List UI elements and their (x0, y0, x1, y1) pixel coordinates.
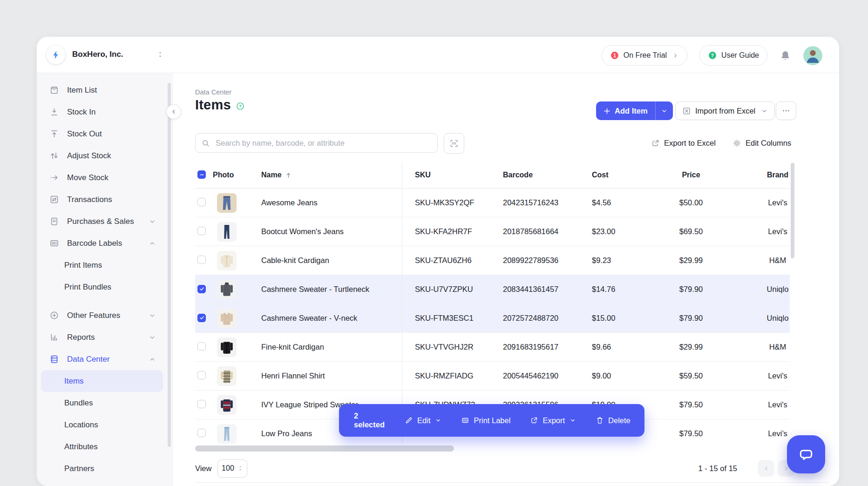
sidebar-item-attributes[interactable]: Attributes (41, 436, 163, 458)
export-to-excel-button[interactable]: Export to Excel (651, 139, 716, 148)
edit-columns-button[interactable]: Edit Columns (732, 139, 791, 148)
column-header-price[interactable]: Price (661, 171, 721, 179)
sidebar-item-transactions[interactable]: Transactions (41, 189, 163, 210)
table-row[interactable]: Henri Flannel ShirtSKU-RMZFIADG200544546… (195, 362, 790, 391)
row-checkbox[interactable] (197, 256, 206, 264)
sidebar-item-partners[interactable]: Partners (41, 458, 163, 479)
bulk-edit-button[interactable]: Edit (395, 416, 451, 425)
table-row[interactable]: Fine-knit CardiganSKU-VTVGHJ2R2091683195… (195, 333, 790, 362)
sidebar-item-bundles[interactable]: Bundles (41, 392, 163, 414)
add-item-button[interactable]: Add Item (596, 101, 655, 120)
row-checkbox[interactable] (197, 314, 206, 322)
item-photo (217, 193, 256, 213)
ellipsis-icon (781, 106, 791, 115)
sidebar-item-stock-out[interactable]: Stock Out (41, 123, 163, 145)
database-icon (49, 354, 59, 364)
row-checkbox[interactable] (197, 227, 206, 235)
sidebar-item-stock-in[interactable]: Stock In (41, 101, 163, 123)
table-row[interactable]: Awesome JeansSKU-MK3SY2QF2042315716243$4… (195, 189, 790, 217)
table-row[interactable]: Cashmere Sweater - V-neckSKU-FTM3ESC1207… (195, 304, 790, 333)
item-photo (217, 280, 256, 299)
table-row[interactable]: Cable-knit CardiganSKU-ZTAU6ZH6208992278… (195, 246, 790, 275)
more-options-button[interactable] (776, 101, 796, 120)
sidebar-item-label: Barcode Labels (67, 239, 122, 248)
trial-badge-icon: 1 (610, 51, 619, 60)
barcode-scan-button[interactable] (444, 133, 464, 154)
bulk-print-label-button[interactable]: Print Label (451, 416, 520, 425)
row-checkbox[interactable] (197, 429, 206, 437)
free-trial-button[interactable]: 1 On Free Trial (602, 45, 687, 66)
sidebar-item-adjust-stock[interactable]: Adjust Stock (41, 145, 163, 167)
item-brand: H&M (721, 256, 790, 265)
row-checkbox[interactable] (197, 198, 206, 206)
item-sku: SKU-U7V7ZPKU (402, 285, 489, 294)
bulk-delete-button[interactable]: Delete (586, 416, 640, 425)
table-row[interactable]: Bootcut Women's JeansSKU-KFA2HR7F2018785… (195, 217, 790, 246)
table-row[interactable]: Cashmere Sweater - TurtleneckSKU-U7V7ZPK… (195, 275, 790, 304)
stock-out-icon (49, 129, 59, 139)
company-switcher-icon[interactable] (156, 50, 164, 59)
breadcrumb: Data Center (195, 88, 231, 96)
add-item-dropdown-button[interactable] (655, 101, 673, 120)
sidebar-item-label: Reports (67, 333, 95, 342)
column-header-barcode[interactable]: Barcode (489, 171, 577, 179)
item-sku: SKU-ZTAU6ZH6 (402, 256, 489, 265)
sidebar-item-move-stock[interactable]: Move Stock (41, 167, 163, 189)
search-box (195, 133, 438, 153)
item-name: Cable-knit Cardigan (256, 256, 402, 265)
sidebar-item-item-list[interactable]: Item List (41, 79, 163, 101)
sidebar-item-label: Adjust Stock (67, 151, 111, 161)
table-vertical-scrollbar[interactable] (791, 163, 794, 258)
chevron-up-icon (149, 356, 156, 363)
item-price: $79.50 (661, 400, 721, 409)
svg-text:?: ? (711, 53, 714, 58)
sidebar-scrollbar[interactable] (168, 83, 171, 447)
page-size-select[interactable]: 100 (217, 459, 247, 478)
select-all-checkbox[interactable] (197, 170, 206, 179)
header-right-group: 1 On Free Trial ? User Guide (602, 45, 822, 66)
sidebar-item-other-features[interactable]: Other Features (41, 304, 163, 326)
row-checkbox[interactable] (197, 285, 206, 293)
sidebar-item-data-center[interactable]: Data Center (41, 348, 163, 370)
boxhero-logo (47, 46, 65, 64)
chat-support-button[interactable] (787, 435, 825, 473)
sidebar-item-reports[interactable]: Reports (41, 326, 163, 348)
chevron-down-icon (149, 334, 156, 341)
bulk-export-button[interactable]: Export (520, 416, 586, 425)
sidebar-collapse-button[interactable] (166, 104, 181, 119)
import-from-excel-button[interactable]: Import from Excel (675, 101, 775, 120)
sidebar-item-items[interactable]: Items (41, 370, 163, 392)
column-header-sku[interactable]: SKU (402, 171, 489, 179)
sidebar-item-barcode-labels[interactable]: Barcode Labels (41, 232, 163, 254)
item-photo (217, 424, 256, 444)
column-header-name[interactable]: Name (256, 171, 402, 179)
company-name[interactable]: BoxHero, Inc. (72, 50, 123, 59)
column-header-cost[interactable]: Cost (577, 171, 661, 179)
user-guide-button[interactable]: ? User Guide (699, 45, 767, 66)
items-table: Photo Name SKU Barcode Cost Price Brand … (195, 162, 790, 445)
item-price: $79.90 (661, 314, 721, 323)
sidebar-item-print-items[interactable]: Print Items (41, 254, 163, 276)
sidebar-item-locations[interactable]: Locations (41, 414, 163, 436)
bulk-print-label: Print Label (474, 416, 510, 425)
column-header-brand[interactable]: Brand (721, 171, 790, 179)
help-icon[interactable]: ? (236, 101, 245, 111)
previous-page-button[interactable] (758, 460, 774, 477)
table-horizontal-scrollbar[interactable] (195, 446, 454, 452)
item-price: $79.50 (661, 429, 721, 438)
item-name: Bootcut Women's Jeans (256, 227, 402, 236)
sidebar-item-purchases-sales[interactable]: Purchases & Sales (41, 210, 163, 232)
sort-ascending-icon (285, 172, 292, 179)
search-input[interactable] (215, 138, 432, 148)
notification-bell-icon[interactable] (780, 50, 791, 61)
user-avatar[interactable] (803, 46, 822, 65)
column-header-name-label: Name (261, 171, 282, 179)
row-checkbox[interactable] (197, 342, 206, 351)
item-brand: Levi's (721, 198, 790, 207)
row-checkbox[interactable] (197, 400, 206, 408)
chevron-down-icon (661, 108, 668, 115)
edit-columns-label: Edit Columns (746, 139, 791, 148)
sidebar-item-print-bundles[interactable]: Print Bundles (41, 276, 163, 298)
row-checkbox[interactable] (197, 371, 206, 379)
bulk-export-label: Export (542, 416, 565, 425)
